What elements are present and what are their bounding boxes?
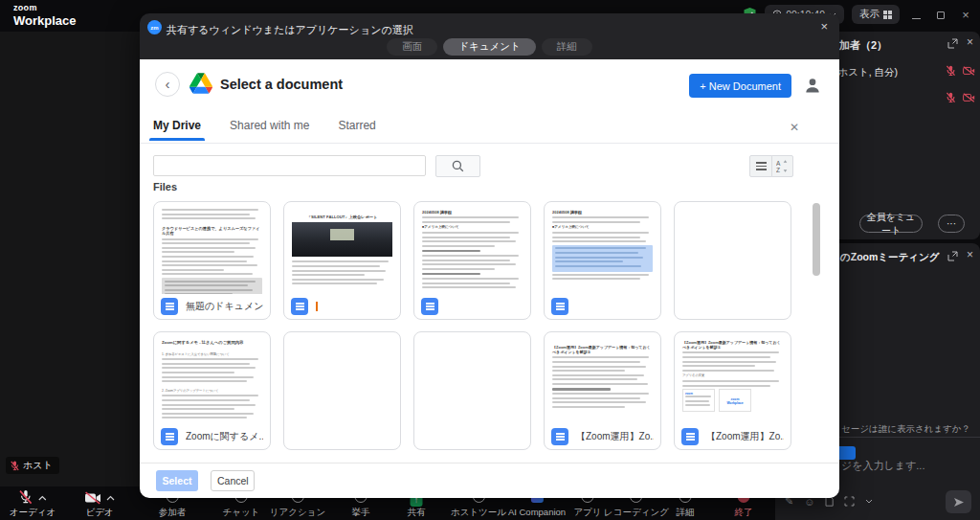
mute-all-button[interactable]: 全員をミュート: [859, 215, 923, 233]
host-badge: ホスト: [6, 457, 59, 474]
drive-nav-tabs: My DriveShared with meStarred: [153, 119, 376, 141]
maximize-button[interactable]: [932, 8, 949, 22]
logo-zoom-text: zoom: [13, 4, 77, 12]
host-badge-label: ホスト: [23, 459, 53, 472]
file-card-footer: Zoomに関するメ...: [154, 424, 270, 449]
logo-workplace-text: Workplace: [13, 14, 77, 27]
file-card[interactable]: [674, 201, 791, 320]
back-button[interactable]: ‹: [155, 72, 180, 97]
send-message-button[interactable]: [946, 490, 971, 513]
picker-close-icon[interactable]: ✕: [790, 121, 799, 134]
view-label: 表示: [859, 8, 880, 21]
file-card-preview: 【Zoom運用】Zoom最新アップデート情報：知っておくべきポイントを解説①アプ…: [675, 332, 791, 424]
file-card-footer: [414, 294, 530, 319]
drive-picker: ‹ Select a document + New Document My Dr…: [140, 59, 839, 498]
google-docs-icon: [681, 428, 699, 445]
file-card[interactable]: 20240508 議事録■アメリカ上映について: [544, 201, 661, 320]
share-dialog-tab[interactable]: 詳細: [542, 38, 592, 56]
share-dialog-close-icon[interactable]: ×: [820, 19, 828, 34]
google-docs-icon: [421, 298, 438, 315]
scrollbar-thumb[interactable]: [813, 203, 820, 276]
new-document-button[interactable]: + New Document: [689, 74, 791, 98]
send-icon: [953, 497, 965, 508]
file-card-title: 無題のドキュメン...: [186, 300, 263, 313]
window-close-button[interactable]: ×: [957, 8, 974, 22]
chat-visibility-hint: セージは誰に表示されますか？: [841, 423, 970, 436]
file-card-preview: クラウドサービスとの連携で、よりスムーズなファイル共有: [154, 202, 270, 294]
share-dialog-title: 共有するウィンドウまたはアプリケーションの選択: [167, 23, 413, 37]
file-card[interactable]: Zoomに関するメモ - 辻さんへのご質問内容1. 参加者がホストに入室できない…: [153, 331, 271, 450]
file-card-preview: 【Zoom運用】Zoom最新アップデート情報：知っておくべきポイントを解説②: [545, 332, 660, 424]
zoom-workplace-window: zoom Workplace 00:10:49 表示 × ホスト: [0, 0, 980, 520]
popout-icon[interactable]: [947, 38, 958, 49]
share-dialog-tab[interactable]: ドキュメント: [443, 38, 535, 56]
file-card-preview: 20240508 議事録■アメリカ上映について: [545, 202, 660, 294]
chevron-down-icon[interactable]: [865, 499, 873, 504]
drive-nav-tab[interactable]: Starred: [338, 119, 375, 141]
file-card[interactable]: クラウドサービスとの連携で、よりスムーズなファイル共有無題のドキュメン...: [153, 201, 271, 320]
chat-input-placeholder[interactable]: ジを入力します...: [841, 459, 924, 473]
list-view-button[interactable]: [749, 155, 772, 177]
participants-more-button[interactable]: ···: [938, 215, 965, 233]
file-card-footer: 無題のドキュメン...: [154, 294, 270, 319]
select-button[interactable]: Select: [156, 470, 198, 491]
google-docs-icon: [551, 298, 568, 315]
file-card-preview: 20240508 議事録■アメリカ上映について: [414, 202, 530, 294]
svg-text:A: A: [776, 160, 781, 167]
drive-nav-tab[interactable]: Shared with me: [230, 119, 309, 141]
close-icon[interactable]: ×: [967, 35, 973, 49]
file-card-preview: [675, 202, 791, 319]
chat-panel-title: のZoomミーティング: [840, 251, 940, 264]
popout-icon[interactable]: [947, 251, 958, 261]
file-card[interactable]: 「SILENT FALLOUT」上映会レポート: [283, 201, 401, 320]
google-docs-icon: [161, 428, 178, 445]
chat-more-icon[interactable]: ···: [926, 248, 940, 260]
account-avatar-icon[interactable]: [803, 76, 822, 95]
file-card-title: 【Zoom運用】Zo...: [706, 430, 784, 443]
share-dialog-tab[interactable]: 画面: [387, 38, 437, 56]
file-card[interactable]: [413, 331, 531, 450]
file-card[interactable]: 【Zoom運用】Zoom最新アップデート情報：知っておくべきポイントを解説②【Z…: [544, 331, 661, 450]
file-card-footer: 【Zoom運用】Zo...: [675, 424, 791, 449]
zoom-workplace-logo: zoom Workplace: [13, 4, 77, 27]
toolbar-cam-off-button[interactable]: ビデオ: [84, 489, 115, 519]
toolbar-mic-off-button[interactable]: オーディオ: [10, 489, 56, 519]
mic-off-icon: [18, 489, 33, 506]
video-muted-icon: [963, 93, 975, 102]
share-dialog-tabs: 画面ドキュメント詳細: [140, 38, 839, 56]
file-card[interactable]: [283, 331, 401, 450]
divider: [140, 143, 839, 144]
mic-muted-icon: [946, 65, 956, 77]
google-docs-icon: [161, 298, 178, 315]
share-dialog-header: zm 共有するウィンドウまたはアプリケーションの選択 × 画面ドキュメント詳細: [140, 13, 839, 59]
participant-name: (ホスト, 自分): [835, 66, 898, 79]
list-view-icon: [756, 162, 767, 170]
close-icon[interactable]: ×: [967, 248, 973, 261]
search-button[interactable]: [435, 155, 480, 177]
view-button[interactable]: 表示: [852, 5, 900, 24]
files-section-label: Files: [153, 181, 177, 192]
chevron-up-icon[interactable]: [38, 495, 47, 501]
search-input[interactable]: [153, 155, 426, 176]
file-grid: クラウドサービスとの連携で、よりスムーズなファイル共有無題のドキュメン...「S…: [153, 201, 791, 450]
minimize-button[interactable]: [907, 8, 924, 22]
file-card[interactable]: 【Zoom運用】Zoom最新アップデート情報：知っておくべきポイントを解説①アプ…: [674, 331, 791, 450]
file-card[interactable]: 20240508 議事録■アメリカ上映について: [413, 201, 531, 320]
search-icon: [452, 160, 464, 172]
divider: [140, 463, 839, 463]
grid-view-icon: [883, 11, 892, 19]
cancel-button[interactable]: Cancel: [211, 470, 255, 491]
file-card-footer: [545, 294, 660, 319]
file-card-footer: 【Zoom運用】Zo...: [545, 424, 660, 449]
scrollbar[interactable]: [813, 203, 820, 454]
screenshot-icon[interactable]: [844, 496, 855, 507]
cam-off-icon: [84, 491, 101, 505]
svg-text:Z: Z: [776, 167, 780, 173]
chevron-up-icon[interactable]: [106, 495, 115, 501]
sort-az-button[interactable]: AZ: [771, 155, 793, 177]
sort-az-icon: AZ: [776, 159, 789, 173]
drive-nav-tab[interactable]: My Drive: [153, 119, 201, 141]
google-docs-icon: [551, 428, 568, 445]
zoom-app-icon: zm: [147, 20, 162, 34]
video-muted-icon: [963, 66, 975, 76]
